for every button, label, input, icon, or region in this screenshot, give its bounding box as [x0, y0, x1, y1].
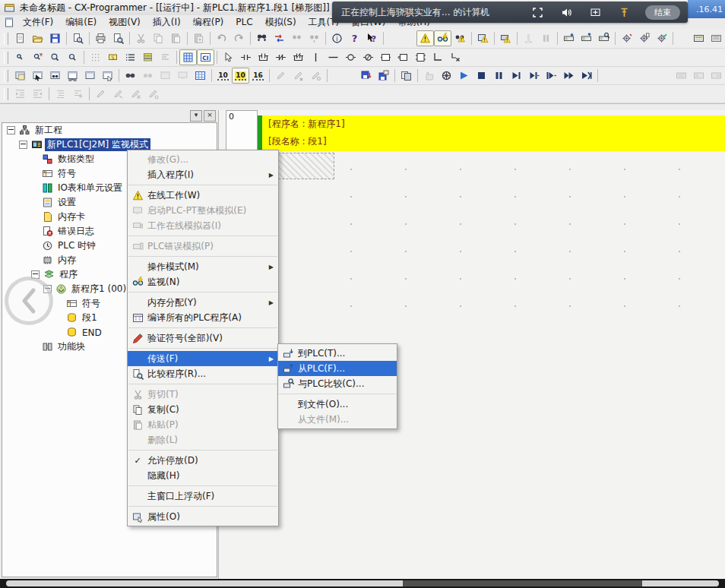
- instruction-button[interactable]: [377, 49, 394, 65]
- win-float-button[interactable]: [11, 68, 29, 84]
- fmt-16-button[interactable]: 16: [249, 68, 267, 84]
- menu-item-l[interactable]: 删除(L): [128, 432, 278, 447]
- mem-view-button[interactable]: [690, 30, 708, 46]
- print-preview-button[interactable]: [109, 30, 127, 46]
- menu-item-i[interactable]: 工作在线模拟器(I): [128, 218, 278, 233]
- paste-button[interactable]: [167, 30, 185, 46]
- change-all-button[interactable]: [271, 30, 288, 46]
- win-props-button[interactable]: [99, 68, 116, 84]
- zoom-fit-button[interactable]: [29, 49, 46, 65]
- menu-item-w[interactable]: 在线工作(W): [128, 188, 278, 203]
- list-view-button[interactable]: [122, 49, 139, 65]
- sim-play-button[interactable]: [455, 68, 473, 84]
- toolbar-grip[interactable]: [4, 70, 8, 82]
- menu-item-r[interactable]: 比较程序(R)...: [128, 366, 278, 381]
- pen-force-on-button[interactable]: [92, 86, 109, 102]
- outline-expand-button[interactable]: [69, 86, 87, 102]
- coil-button[interactable]: [342, 49, 359, 65]
- smart-input-button[interactable]: [179, 49, 197, 65]
- copy-button[interactable]: [150, 30, 167, 46]
- menu-e[interactable]: 编辑(E): [59, 15, 103, 30]
- menu-item-v[interactable]: 验证符号(全部)(V): [128, 330, 278, 346]
- redo-button[interactable]: [230, 30, 248, 46]
- indent-right-button[interactable]: [11, 86, 29, 102]
- menu-item-plct[interactable]: 到PLC(T)...: [278, 346, 397, 361]
- menu-item-plcf[interactable]: 从PLC(F)...: [278, 361, 397, 376]
- print-button[interactable]: [92, 30, 109, 46]
- chevron-down-icon[interactable]: ▾: [190, 110, 202, 122]
- mem-compare-button[interactable]: [397, 68, 415, 84]
- menu-f[interactable]: 文件(F): [17, 15, 59, 30]
- ci-mode-button[interactable]: CI: [197, 49, 214, 65]
- work-online-button[interactable]: [416, 30, 434, 46]
- monitor-switch-icon[interactable]: [589, 6, 601, 18]
- diff-mark-button[interactable]: [307, 68, 325, 84]
- download-plc-button[interactable]: [560, 30, 578, 46]
- contact-no-or-button[interactable]: [255, 49, 272, 65]
- sim-mode-button[interactable]: [438, 68, 455, 84]
- toolbar-grip[interactable]: [4, 52, 8, 64]
- win-frame-button[interactable]: [81, 68, 99, 84]
- transfer-verify-button[interactable]: [653, 30, 670, 46]
- contact-no-button[interactable]: [237, 49, 255, 65]
- contact-nc-or-button[interactable]: [290, 49, 307, 65]
- menu-item-g[interactable]: 修改(G)...: [128, 152, 278, 167]
- menu-item-t[interactable]: 剪切(T): [128, 387, 278, 402]
- monitor-gray-button[interactable]: [174, 68, 192, 84]
- mem-backup-button[interactable]: [375, 68, 392, 84]
- sim-step-out-button[interactable]: [543, 68, 560, 84]
- menu-item-plcp[interactable]: PLC错误模拟(P): [128, 239, 278, 254]
- pause-button[interactable]: [537, 30, 555, 46]
- watch-glasses-button[interactable]: [122, 68, 139, 84]
- save-project-button[interactable]: [46, 30, 64, 46]
- menu-item-m[interactable]: 从文件(M)...: [278, 412, 397, 427]
- open-project-button[interactable]: [29, 30, 46, 46]
- pen-diff-button[interactable]: [144, 86, 162, 102]
- outline-collapse-button[interactable]: [52, 86, 69, 102]
- speaker-icon[interactable]: [560, 6, 572, 18]
- diff-add-button[interactable]: [272, 68, 290, 84]
- online-simulator-button[interactable]: [497, 30, 514, 46]
- sim-stop-button[interactable]: [473, 68, 490, 84]
- undo-button[interactable]: [213, 30, 230, 46]
- menu-item-f[interactable]: 传送(F)▶: [128, 351, 278, 366]
- menu-v[interactable]: 视图(V): [103, 15, 147, 30]
- menu-item-y[interactable]: 内存分配(Y)▶: [128, 295, 278, 310]
- rung-wrap-button[interactable]: [139, 49, 157, 65]
- menu-item-plcc[interactable]: 与PLC比较(C)...: [278, 376, 397, 391]
- zoom-in-button[interactable]: [46, 49, 64, 65]
- menu-item-h[interactable]: 隐藏(H): [128, 468, 278, 483]
- tree-expander-minus[interactable]: [19, 141, 27, 149]
- context-help-button[interactable]: ?: [363, 30, 381, 46]
- monitor-mode-button[interactable]: [434, 30, 451, 46]
- sim-pause-button[interactable]: [490, 68, 508, 84]
- toolbar-grip[interactable]: [4, 33, 8, 45]
- rung-shrink-button[interactable]: [157, 49, 174, 65]
- menu-i[interactable]: 插入(I): [147, 15, 187, 30]
- close-icon[interactable]: ×: [204, 110, 216, 122]
- plc-edge-b-button[interactable]: [690, 68, 708, 84]
- end-session-button[interactable]: 结束: [645, 5, 680, 20]
- help-button[interactable]: ?: [346, 30, 363, 46]
- transfer-settings-button[interactable]: [618, 30, 635, 46]
- sim-step-button[interactable]: [508, 68, 525, 84]
- plc-edge-a-button[interactable]: [673, 68, 690, 84]
- vertical-line-button[interactable]: [307, 49, 325, 65]
- sim-scan-button[interactable]: [420, 68, 438, 84]
- watch-gray-button[interactable]: [139, 68, 157, 84]
- transfer-program-button[interactable]: [635, 30, 653, 46]
- menu-item-f[interactable]: 主窗口上浮动(F): [128, 488, 278, 504]
- grid-button[interactable]: [87, 49, 104, 65]
- plc-edge-c-button[interactable]: [708, 68, 725, 84]
- fmt-10-button[interactable]: 10: [214, 68, 232, 84]
- pen-force-cancel-button[interactable]: [127, 86, 144, 102]
- sim-step-in-button[interactable]: [525, 68, 543, 84]
- horizontal-line-button[interactable]: [325, 49, 342, 65]
- menu-item-i[interactable]: 插入程序(I)▶: [128, 167, 278, 182]
- toolbar-grip[interactable]: [4, 88, 8, 100]
- pause-rom-button[interactable]: ‖ROM: [520, 30, 537, 46]
- sim-continuous-button[interactable]: [560, 68, 578, 84]
- line-delete-button[interactable]: [447, 49, 464, 65]
- function-call-button[interactable]: [412, 49, 429, 65]
- win-watch-button[interactable]: [46, 68, 64, 84]
